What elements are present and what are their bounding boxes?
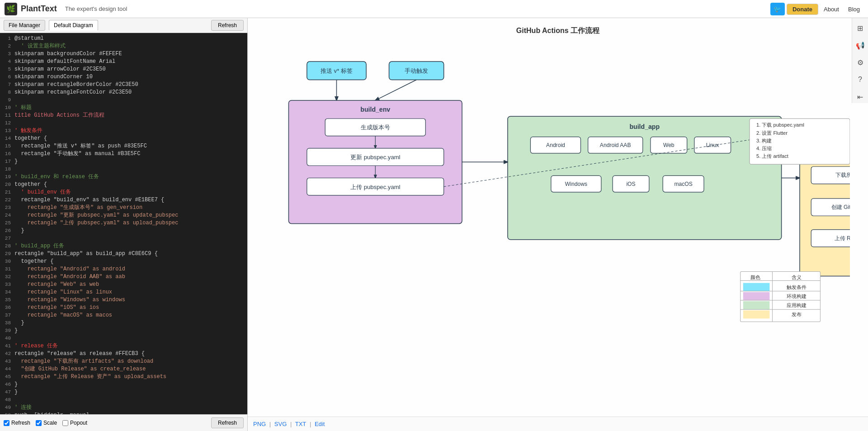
scale-checkbox[interactable] [36, 420, 42, 426]
node-upload_pubspec-label: 上传 pubspec.yaml [350, 184, 401, 190]
refresh-checkbox-label[interactable]: Refresh [4, 420, 30, 426]
line-number: 15 [0, 142, 14, 150]
png-link[interactable]: PNG [253, 421, 266, 427]
line-number: 11 [0, 112, 14, 119]
line-number: 21 [0, 189, 14, 196]
code-editor[interactable]: 1@startuml2 ' 设置主题和样式3skinparam backgrou… [0, 33, 247, 414]
node-create_release-label: 创建 GitHub Release [831, 204, 850, 210]
question-icon[interactable]: ? [854, 73, 867, 86]
diagram-title: GitHub Actions 工作流程 [248, 18, 868, 40]
grid-icon[interactable]: ⊞ [854, 22, 867, 34]
about-button[interactable]: About [820, 4, 843, 14]
node-push-label: 推送 v* 标签 [321, 67, 353, 74]
node-gen_version-label: 生成版本号 [361, 124, 390, 131]
refresh-checkbox[interactable] [4, 420, 9, 426]
line-content: rectangle "下载所有 artifacts" as download [14, 358, 247, 365]
code-line: 29rectangle "build_app" as build_app #C8… [0, 250, 247, 258]
line-content: title GitHub Actions 工作流程 [14, 112, 247, 119]
line-number: 30 [0, 258, 14, 265]
line-content: "创建 GitHub Release" as create_release [14, 365, 247, 373]
panel-header: File Manager Default Diagram Refresh [0, 18, 247, 33]
topbar: 🌿 PlantText The expert's design tool 🐦 D… [0, 0, 868, 18]
line-content: rectangle "Linux" as linux [14, 289, 247, 296]
line-number: 5 [0, 66, 14, 73]
legend-label-trigger: 触发条件 [787, 284, 807, 290]
line-content: rectangle "release" as release #FFECB3 { [14, 350, 247, 358]
txt-link[interactable]: TXT [295, 421, 307, 427]
node-upload_assets-label: 上传 Release 资产 [835, 235, 850, 242]
step2: 2. 设置 Flutter [756, 130, 788, 136]
svg-link[interactable]: SVG [274, 421, 287, 427]
line-number: 14 [0, 135, 14, 142]
code-line: 24 rectangle "更新 pubspec.yaml" as update… [0, 212, 247, 219]
line-number: 38 [0, 319, 14, 327]
donate-button[interactable]: Donate [787, 4, 818, 15]
code-line: 43 rectangle "下载所有 artifacts" as downloa… [0, 358, 247, 365]
line-content: rectangle "macOS" as macos [14, 312, 247, 319]
line-content: ' build_app 任务 [14, 242, 247, 250]
code-line: 47} [0, 388, 247, 396]
popout-checkbox[interactable] [62, 420, 68, 426]
code-line: 48 [0, 396, 247, 404]
refresh-button-bottom[interactable]: Refresh [211, 417, 244, 428]
tab-file-manager[interactable]: File Manager [4, 20, 45, 31]
line-number: 18 [0, 166, 14, 173]
code-line: 6skinparam roundCorner 10 [0, 73, 247, 81]
line-content: rectangle "iOS" as ios [14, 304, 247, 312]
blog-button[interactable]: Blog [844, 4, 863, 14]
code-line: 32 rectangle "Android AAB" as aab [0, 273, 247, 281]
popout-checkbox-label[interactable]: Popout [62, 420, 87, 426]
diagram-container[interactable]: GitHub Actions 工作流程 推送 v* 标签 手动触发 build_… [248, 18, 868, 417]
arrow-left-icon[interactable]: ⇤ [854, 90, 867, 103]
code-line: 3skinparam backgroundColor #FEFEFE [0, 50, 247, 58]
line-number: 20 [0, 181, 14, 189]
legend-color-release [743, 310, 770, 318]
code-line: 12 [0, 119, 247, 127]
line-content: } [14, 319, 247, 327]
line-content: rectangle "推送 v* 标签" as push #83E5FC [14, 142, 247, 150]
code-line: 46} [0, 381, 247, 388]
tab-default-diagram[interactable]: Default Diagram [49, 20, 98, 31]
arrow-manual-build_env [375, 80, 416, 100]
line-content: } [14, 381, 247, 388]
gear-icon[interactable]: ⚙ [854, 56, 867, 69]
line-number: 49 [0, 404, 14, 412]
code-line: 1@startuml [0, 35, 247, 43]
line-number: 24 [0, 212, 14, 219]
twitter-button[interactable]: 🐦 [770, 3, 785, 15]
logo-area: 🌿 PlantText The expert's design tool [5, 3, 127, 15]
line-number: 2 [0, 43, 14, 50]
line-content: rectangle "Android" as android [14, 265, 247, 273]
line-number: 17 [0, 158, 14, 166]
code-line: 4skinparam defaultFontName Arial [0, 58, 247, 66]
edit-link[interactable]: Edit [315, 421, 325, 427]
line-content: ' 触发条件 [14, 127, 247, 135]
line-content: } [14, 388, 247, 396]
code-line: 39} [0, 327, 247, 335]
line-number: 40 [0, 335, 14, 342]
left-panel: File Manager Default Diagram Refresh 1@s… [0, 18, 248, 431]
code-line: 33 rectangle "Web" as web [0, 281, 247, 289]
refresh-button-top[interactable]: Refresh [211, 20, 244, 31]
tagline: The expert's design tool [65, 5, 127, 12]
line-number: 29 [0, 250, 14, 258]
legend-label-app: 应用构建 [787, 303, 807, 308]
line-content [14, 335, 247, 342]
line-content: rectangle "Android AAB" as aab [14, 273, 247, 281]
line-number: 19 [0, 173, 14, 181]
step5: 5. 上传 artifact [756, 153, 788, 159]
line-number: 4 [0, 58, 14, 66]
line-number: 16 [0, 150, 14, 158]
line-number: 46 [0, 381, 14, 388]
line-number: 26 [0, 227, 14, 235]
megaphone-icon[interactable]: 📢 [854, 39, 867, 52]
line-number: 22 [0, 196, 14, 204]
code-line: 42rectangle "release" as release #FFECB3… [0, 350, 247, 358]
node-ios-label: iOS [626, 181, 635, 187]
code-line: 38 } [0, 319, 247, 327]
scale-checkbox-label[interactable]: Scale [36, 420, 57, 426]
line-number: 10 [0, 104, 14, 112]
line-content: ' 标题 [14, 104, 247, 112]
line-content: skinparam roundCorner 10 [14, 73, 247, 81]
line-number: 13 [0, 127, 14, 135]
